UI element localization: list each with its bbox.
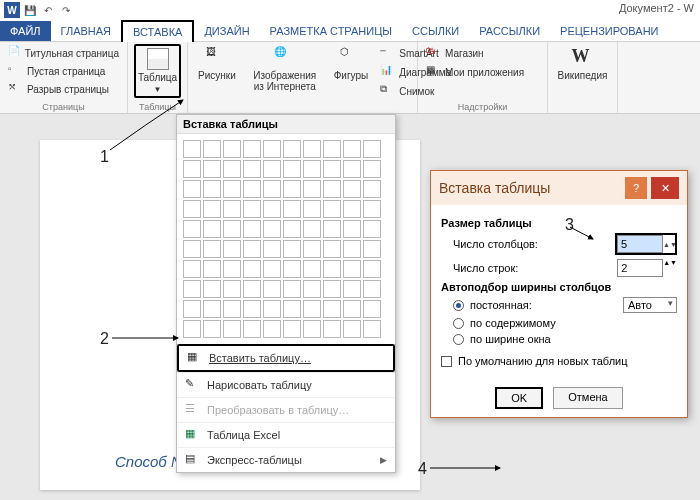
tab-review[interactable]: РЕЦЕНЗИРОВАНИ [550, 21, 668, 41]
grid-cell[interactable] [283, 320, 301, 338]
tab-file[interactable]: ФАЙЛ [0, 21, 51, 41]
grid-cell[interactable] [263, 240, 281, 258]
grid-cell[interactable] [323, 200, 341, 218]
grid-cell[interactable] [303, 300, 321, 318]
tab-design[interactable]: ДИЗАЙН [194, 21, 259, 41]
grid-cell[interactable] [183, 320, 201, 338]
table-button[interactable]: Таблица ▼ [134, 44, 181, 98]
grid-cell[interactable] [323, 280, 341, 298]
fixed-width-select[interactable]: Авто [623, 297, 677, 313]
grid-cell[interactable] [343, 260, 361, 278]
grid-cell[interactable] [263, 180, 281, 198]
grid-cell[interactable] [183, 300, 201, 318]
grid-cell[interactable] [243, 180, 261, 198]
grid-cell[interactable] [363, 160, 381, 178]
grid-cell[interactable] [263, 300, 281, 318]
grid-cell[interactable] [203, 260, 221, 278]
grid-cell[interactable] [243, 160, 261, 178]
grid-cell[interactable] [243, 320, 261, 338]
grid-cell[interactable] [303, 160, 321, 178]
grid-cell[interactable] [303, 140, 321, 158]
grid-cell[interactable] [323, 260, 341, 278]
grid-cell[interactable] [323, 140, 341, 158]
grid-cell[interactable] [303, 320, 321, 338]
grid-cell[interactable] [283, 220, 301, 238]
grid-cell[interactable] [223, 160, 241, 178]
grid-cell[interactable] [263, 220, 281, 238]
grid-cell[interactable] [203, 140, 221, 158]
tab-references[interactable]: ССЫЛКИ [402, 21, 469, 41]
dialog-help-button[interactable]: ? [625, 177, 647, 199]
grid-cell[interactable] [243, 300, 261, 318]
grid-cell[interactable] [183, 140, 201, 158]
draw-table-menu-item[interactable]: ✎ Нарисовать таблицу [177, 372, 395, 397]
grid-cell[interactable] [363, 140, 381, 158]
grid-cell[interactable] [283, 300, 301, 318]
grid-cell[interactable] [223, 200, 241, 218]
grid-cell[interactable] [343, 180, 361, 198]
grid-cell[interactable] [183, 260, 201, 278]
grid-cell[interactable] [223, 240, 241, 258]
grid-cell[interactable] [363, 240, 381, 258]
grid-cell[interactable] [363, 280, 381, 298]
grid-cell[interactable] [263, 160, 281, 178]
grid-cell[interactable] [283, 140, 301, 158]
tab-insert[interactable]: ВСТАВКА [121, 20, 194, 42]
grid-cell[interactable] [283, 260, 301, 278]
grid-cell[interactable] [343, 240, 361, 258]
dialog-close-button[interactable]: ✕ [651, 177, 679, 199]
grid-cell[interactable] [263, 200, 281, 218]
store-button[interactable]: 🛍Магазин [424, 44, 526, 62]
grid-cell[interactable] [323, 180, 341, 198]
rows-spinner[interactable]: ▲▼ [617, 259, 677, 277]
ok-button[interactable]: OK [495, 387, 543, 409]
grid-cell[interactable] [203, 240, 221, 258]
grid-cell[interactable] [303, 200, 321, 218]
grid-cell[interactable] [263, 280, 281, 298]
spinner-buttons[interactable]: ▲▼ [663, 259, 677, 277]
grid-cell[interactable] [203, 180, 221, 198]
grid-cell[interactable] [283, 240, 301, 258]
grid-cell[interactable] [183, 180, 201, 198]
grid-cell[interactable] [283, 160, 301, 178]
columns-input[interactable] [617, 235, 663, 253]
pictures-button[interactable]: 🖼Рисунки [194, 44, 240, 100]
grid-cell[interactable] [363, 260, 381, 278]
grid-cell[interactable] [183, 200, 201, 218]
grid-cell[interactable] [283, 200, 301, 218]
grid-cell[interactable] [243, 200, 261, 218]
excel-table-menu-item[interactable]: ▦ Таблица Excel [177, 422, 395, 447]
grid-cell[interactable] [203, 300, 221, 318]
grid-cell[interactable] [343, 200, 361, 218]
grid-cell[interactable] [363, 220, 381, 238]
table-grid-picker[interactable] [177, 134, 395, 344]
cancel-button[interactable]: Отмена [553, 387, 622, 409]
grid-cell[interactable] [303, 260, 321, 278]
grid-cell[interactable] [223, 320, 241, 338]
radio-by-content[interactable] [453, 318, 464, 329]
grid-cell[interactable] [303, 240, 321, 258]
grid-cell[interactable] [343, 140, 361, 158]
wikipedia-button[interactable]: WВикипедия [554, 44, 611, 83]
tab-layout[interactable]: РАЗМЕТКА СТРАНИЦЫ [260, 21, 402, 41]
grid-cell[interactable] [243, 280, 261, 298]
grid-cell[interactable] [223, 220, 241, 238]
page-break-button[interactable]: ⤲Разрыв страницы [6, 80, 121, 98]
grid-cell[interactable] [343, 320, 361, 338]
save-icon[interactable]: 💾 [22, 2, 38, 18]
grid-cell[interactable] [183, 160, 201, 178]
grid-cell[interactable] [183, 240, 201, 258]
grid-cell[interactable] [223, 260, 241, 278]
grid-cell[interactable] [263, 320, 281, 338]
grid-cell[interactable] [283, 180, 301, 198]
grid-cell[interactable] [263, 260, 281, 278]
tab-mailings[interactable]: РАССЫЛКИ [469, 21, 550, 41]
grid-cell[interactable] [363, 320, 381, 338]
grid-cell[interactable] [243, 260, 261, 278]
grid-cell[interactable] [343, 160, 361, 178]
grid-cell[interactable] [243, 140, 261, 158]
grid-cell[interactable] [363, 180, 381, 198]
radio-fixed[interactable] [453, 300, 464, 311]
undo-icon[interactable]: ↶ [40, 2, 56, 18]
grid-cell[interactable] [343, 220, 361, 238]
